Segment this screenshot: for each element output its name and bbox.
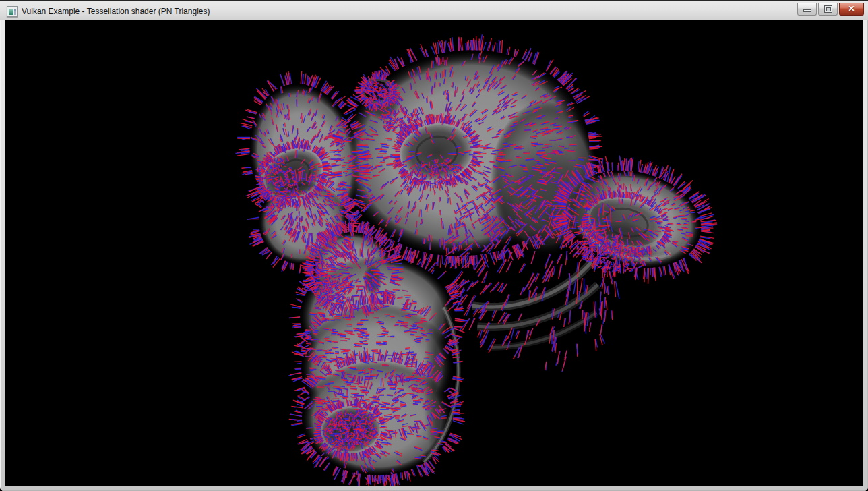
window-controls: ✕	[797, 3, 864, 16]
minimize-button[interactable]	[797, 3, 817, 16]
icon-line-2	[14, 11, 16, 15]
titlebar[interactable]: Vulkan Example - Tessellation shader (PN…	[0, 0, 868, 20]
window-title: Vulkan Example - Tessellation shader (PN…	[22, 1, 210, 22]
close-button[interactable]: ✕	[839, 3, 864, 16]
maximize-button[interactable]	[818, 3, 838, 16]
maximize-icon	[824, 5, 832, 13]
icon-line-1	[14, 9, 16, 11]
render-canvas[interactable]	[5, 20, 863, 486]
minimize-icon	[803, 9, 811, 12]
vulkan-viewport	[5, 20, 863, 486]
icon-teal-pane	[9, 9, 13, 15]
application-window-icon	[7, 6, 18, 17]
application-window: Vulkan Example - Tessellation shader (PN…	[0, 0, 868, 491]
close-icon: ✕	[840, 3, 863, 15]
